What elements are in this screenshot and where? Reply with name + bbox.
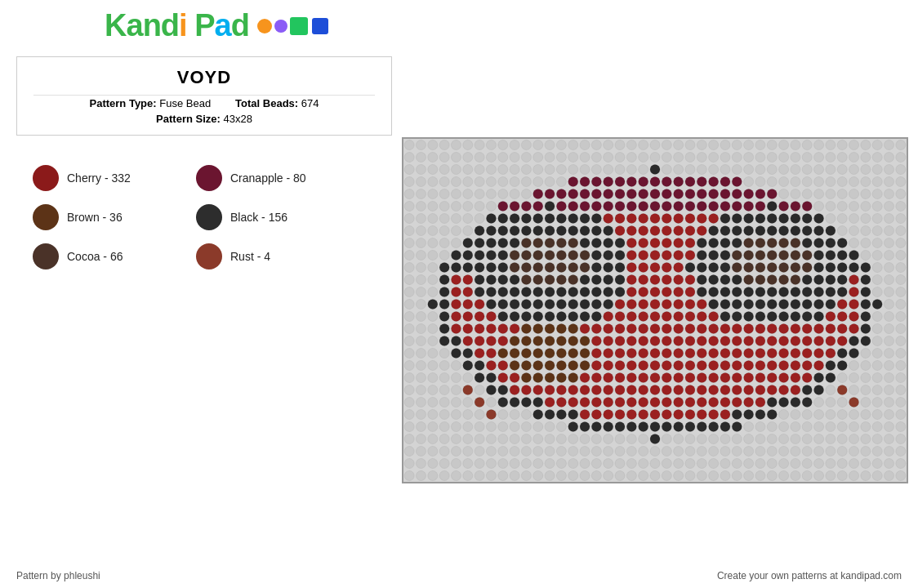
legend-item-cocoa: Cocoa - 66 xyxy=(33,237,196,276)
legend-item-cranapple: Cranapple - 80 xyxy=(196,158,359,198)
color-swatch-cocoa xyxy=(33,243,59,270)
color-swatch-rust xyxy=(196,243,222,270)
legend-item-brown: Brown - 36 xyxy=(33,198,196,237)
header: Kandi Pad xyxy=(0,0,384,50)
bead-grid-container xyxy=(400,65,910,555)
dot-purple-icon xyxy=(274,20,287,33)
info-card: VOYD Pattern Type: Fuse Bead Total Beads… xyxy=(16,56,392,136)
legend-item-rust: Rust - 4 xyxy=(196,237,359,276)
square-green-icon xyxy=(290,17,308,35)
logo: Kandi Pad xyxy=(105,8,249,43)
dot-orange-icon xyxy=(257,19,272,33)
color-label-cranapple: Cranapple - 80 xyxy=(230,172,306,185)
legend-item-cherry: Cherry - 332 xyxy=(33,158,196,198)
color-label-brown: Brown - 36 xyxy=(67,211,123,224)
pattern-size: Pattern Size: 43x28 xyxy=(156,113,252,125)
legend-item-black: Black - 156 xyxy=(196,198,359,237)
info-row: Pattern Type: Fuse Bead Total Beads: 674 xyxy=(33,97,375,109)
color-legend: Cherry - 332 Cranapple - 80 Brown - 36 B… xyxy=(8,150,384,284)
footer-credit: Pattern by phleushi xyxy=(16,570,100,581)
color-swatch-cherry xyxy=(33,165,59,191)
pattern-title: VOYD xyxy=(33,67,375,88)
color-swatch-cranapple xyxy=(196,165,222,191)
square-blue-icon xyxy=(312,18,328,34)
left-panel: Kandi Pad VOYD Pattern Type: Fuse Bead T… xyxy=(0,0,384,588)
color-swatch-black xyxy=(196,204,222,230)
color-label-cherry: Cherry - 332 xyxy=(67,172,131,185)
total-beads: Total Beads: 674 xyxy=(235,97,319,109)
color-swatch-brown xyxy=(33,204,59,230)
color-label-black: Black - 156 xyxy=(230,211,287,224)
footer-cta: Create your own patterns at kandipad.com xyxy=(717,570,902,581)
bead-grid xyxy=(402,137,908,483)
size-row: Pattern Size: 43x28 xyxy=(33,113,375,125)
pattern-type: Pattern Type: Fuse Bead xyxy=(90,97,212,109)
logo-icons xyxy=(257,17,328,35)
footer: Pattern by phleushi Create your own patt… xyxy=(0,570,918,581)
color-label-cocoa: Cocoa - 66 xyxy=(67,250,123,263)
color-label-rust: Rust - 4 xyxy=(230,250,270,263)
